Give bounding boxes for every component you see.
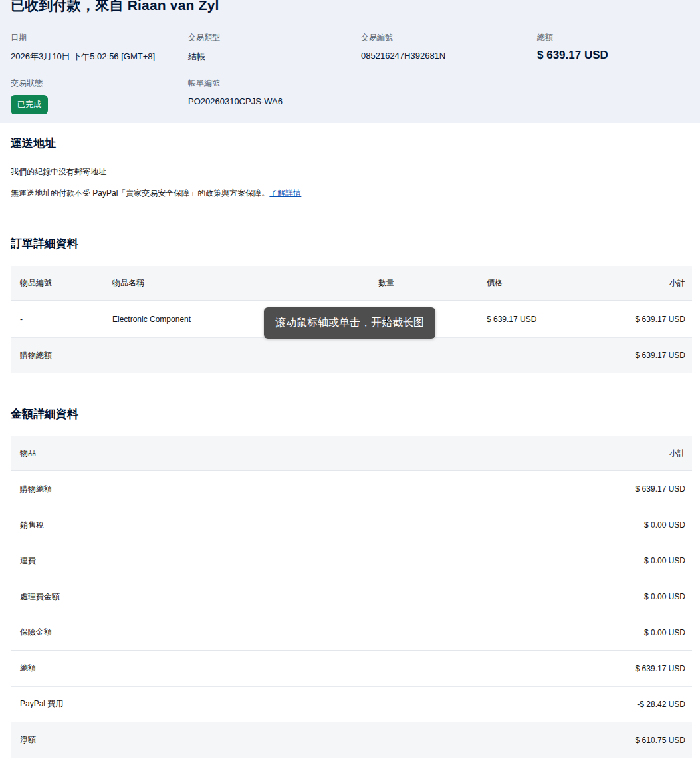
gross-total-value: $ 639.17 USD bbox=[352, 664, 693, 673]
amount-row-paypal-fee: PayPal 費用 -$ 28.42 USD bbox=[11, 687, 692, 722]
amount-row-label: 銷售稅 bbox=[11, 520, 352, 531]
col-item: 物品 bbox=[11, 448, 352, 459]
order-details-heading: 訂單詳細資料 bbox=[11, 236, 692, 251]
col-amount-subtotal: 小計 bbox=[352, 448, 693, 459]
field-transaction-id: 交易編號 085216247H392681N bbox=[361, 32, 537, 63]
amount-row-insurance: 保險金額 $ 0.00 USD bbox=[11, 615, 692, 651]
purchase-total-value: $ 639.17 USD bbox=[602, 351, 692, 360]
col-item-name: 物品名稱 bbox=[112, 277, 350, 289]
long-screenshot-tooltip[interactable]: 滚动鼠标轴或单击，开始截长图 bbox=[264, 307, 435, 339]
no-address-text: 我們的紀錄中沒有郵寄地址 bbox=[11, 166, 692, 178]
order-total-row: 購物總額 $ 639.17 USD bbox=[11, 338, 692, 373]
summary-grid: 日期 2026年3月10日 下午5:02:56 [GMT+8] 交易類型 結帳 … bbox=[11, 32, 689, 63]
purchase-total-label: 購物總額 bbox=[11, 350, 602, 361]
transaction-summary-band: 已收到付款，來自 Riaan van Zyl 日期 2026年3月10日 下午5… bbox=[0, 0, 700, 123]
amount-row-label: 運費 bbox=[11, 555, 352, 567]
order-table-header: 物品編號 物品名稱 數量 價格 小計 bbox=[11, 266, 692, 301]
amount-table: 物品 小計 購物總額 $ 639.17 USD 銷售稅 $ 0.00 USD 運… bbox=[11, 436, 692, 758]
amount-row-label: 處理費金額 bbox=[11, 591, 352, 603]
amount-table-header: 物品 小計 bbox=[11, 436, 692, 471]
field-transaction-type: 交易類型 結帳 bbox=[188, 32, 361, 63]
net-amount-value: $ 610.75 USD bbox=[352, 736, 693, 745]
net-amount-label: 淨額 bbox=[11, 734, 352, 746]
col-quantity: 數量 bbox=[350, 277, 423, 289]
field-invoice-id: 帳單編號 PO20260310CPJS-WA6 bbox=[188, 78, 689, 114]
paypal-fee-label: PayPal 費用 bbox=[11, 698, 352, 710]
status-badge: 已完成 bbox=[11, 95, 48, 114]
amount-row-value: $ 0.00 USD bbox=[352, 628, 693, 637]
gross-total-label: 總額 bbox=[11, 663, 352, 674]
page-title: 已收到付款，來自 Riaan van Zyl bbox=[11, 0, 689, 15]
item-number-value: - bbox=[11, 315, 112, 324]
date-value: 2026年3月10日 下午5:02:56 [GMT+8] bbox=[11, 51, 188, 63]
learn-more-link[interactable]: 了解詳情 bbox=[269, 188, 301, 198]
amount-row-value: $ 639.17 USD bbox=[352, 484, 693, 494]
field-total-amount: 總額 $ 639.17 USD bbox=[537, 32, 689, 63]
amount-details-heading: 金額詳細資料 bbox=[11, 406, 692, 422]
col-item-number: 物品編號 bbox=[11, 277, 112, 289]
protection-notice-text: 無運送地址的付款不受 PayPal「賣家交易安全保障」的政策與方案保障。 bbox=[11, 188, 269, 198]
amount-details-section: 金額詳細資料 物品 小計 購物總額 $ 639.17 USD 銷售稅 $ 0.0… bbox=[11, 406, 692, 758]
amount-row-value: $ 0.00 USD bbox=[352, 592, 693, 601]
col-price: 價格 bbox=[423, 277, 602, 289]
summary-row2: 交易狀態 已完成 帳單編號 PO20260310CPJS-WA6 bbox=[11, 78, 689, 114]
field-transaction-status: 交易狀態 已完成 bbox=[11, 78, 188, 114]
total-amount-label: 總額 bbox=[537, 32, 689, 43]
amount-row-label: 購物總額 bbox=[11, 484, 352, 495]
date-label: 日期 bbox=[11, 32, 188, 43]
total-amount-value: $ 639.17 USD bbox=[537, 49, 689, 62]
amount-row-handling-fee: 處理費金額 $ 0.00 USD bbox=[11, 579, 692, 615]
amount-row-purchase-total: 購物總額 $ 639.17 USD bbox=[11, 471, 692, 507]
field-date: 日期 2026年3月10日 下午5:02:56 [GMT+8] bbox=[11, 32, 188, 63]
transaction-type-label: 交易類型 bbox=[188, 32, 361, 43]
amount-row-net: 淨額 $ 610.75 USD bbox=[11, 722, 692, 758]
amount-row-sales-tax: 銷售稅 $ 0.00 USD bbox=[11, 507, 692, 543]
transaction-id-value: 085216247H392681N bbox=[361, 51, 537, 61]
amount-row-label: 保險金額 bbox=[11, 627, 352, 638]
invoice-id-label: 帳單編號 bbox=[188, 78, 689, 89]
transaction-status-label: 交易狀態 bbox=[11, 78, 188, 89]
amount-row-value: $ 0.00 USD bbox=[352, 520, 693, 530]
transaction-type-value: 結帳 bbox=[188, 51, 361, 63]
protection-notice: 無運送地址的付款不受 PayPal「賣家交易安全保障」的政策與方案保障。了解詳情 bbox=[11, 188, 692, 199]
paypal-fee-value: -$ 28.42 USD bbox=[352, 700, 693, 709]
amount-row-shipping: 運費 $ 0.00 USD bbox=[11, 543, 692, 579]
invoice-id-value: PO20260310CPJS-WA6 bbox=[188, 96, 689, 106]
order-details-section: 訂單詳細資料 物品編號 物品名稱 數量 價格 小計 - Electronic C… bbox=[11, 236, 692, 373]
price-value: $ 639.17 USD bbox=[423, 315, 602, 324]
transaction-id-label: 交易編號 bbox=[361, 32, 537, 43]
shipping-section: 運送地址 我們的紀錄中沒有郵寄地址 無運送地址的付款不受 PayPal「賣家交易… bbox=[11, 136, 692, 199]
shipping-heading: 運送地址 bbox=[11, 136, 692, 151]
amount-row-gross-total: 總額 $ 639.17 USD bbox=[11, 651, 692, 687]
amount-row-value: $ 0.00 USD bbox=[352, 556, 693, 565]
subtotal-value: $ 639.17 USD bbox=[602, 315, 692, 324]
col-subtotal: 小計 bbox=[602, 277, 692, 289]
